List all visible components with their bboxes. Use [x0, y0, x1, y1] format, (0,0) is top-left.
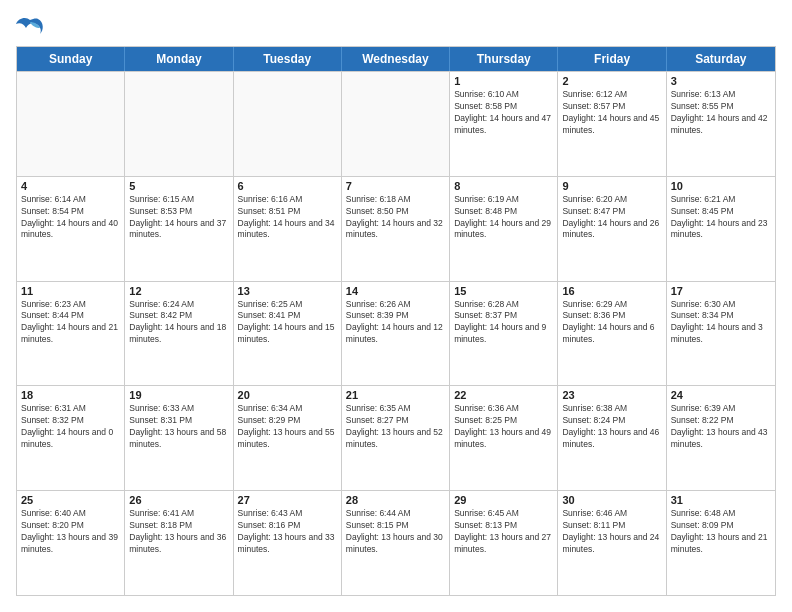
- calendar-day-cell: 19Sunrise: 6:33 AMSunset: 8:31 PMDayligh…: [125, 386, 233, 490]
- calendar-day-cell: 18Sunrise: 6:31 AMSunset: 8:32 PMDayligh…: [17, 386, 125, 490]
- calendar-day-cell: 1Sunrise: 6:10 AMSunset: 8:58 PMDaylight…: [450, 72, 558, 176]
- logo-bird-icon: [16, 16, 44, 38]
- day-info: Sunrise: 6:13 AMSunset: 8:55 PMDaylight:…: [671, 89, 771, 137]
- calendar-day-cell: 5Sunrise: 6:15 AMSunset: 8:53 PMDaylight…: [125, 177, 233, 281]
- calendar-day-cell: 26Sunrise: 6:41 AMSunset: 8:18 PMDayligh…: [125, 491, 233, 595]
- calendar-body: 1Sunrise: 6:10 AMSunset: 8:58 PMDaylight…: [17, 71, 775, 595]
- day-info: Sunrise: 6:28 AMSunset: 8:37 PMDaylight:…: [454, 299, 553, 347]
- calendar-day-cell: 11Sunrise: 6:23 AMSunset: 8:44 PMDayligh…: [17, 282, 125, 386]
- calendar-day-cell: 21Sunrise: 6:35 AMSunset: 8:27 PMDayligh…: [342, 386, 450, 490]
- day-number: 11: [21, 285, 120, 297]
- day-info: Sunrise: 6:31 AMSunset: 8:32 PMDaylight:…: [21, 403, 120, 451]
- calendar-day-cell: 2Sunrise: 6:12 AMSunset: 8:57 PMDaylight…: [558, 72, 666, 176]
- calendar-day-cell: 31Sunrise: 6:48 AMSunset: 8:09 PMDayligh…: [667, 491, 775, 595]
- day-number: 7: [346, 180, 445, 192]
- day-info: Sunrise: 6:10 AMSunset: 8:58 PMDaylight:…: [454, 89, 553, 137]
- day-number: 19: [129, 389, 228, 401]
- day-number: 16: [562, 285, 661, 297]
- day-info: Sunrise: 6:21 AMSunset: 8:45 PMDaylight:…: [671, 194, 771, 242]
- day-info: Sunrise: 6:15 AMSunset: 8:53 PMDaylight:…: [129, 194, 228, 242]
- day-number: 14: [346, 285, 445, 297]
- calendar-day-cell: 29Sunrise: 6:45 AMSunset: 8:13 PMDayligh…: [450, 491, 558, 595]
- day-number: 18: [21, 389, 120, 401]
- calendar-day-cell: [342, 72, 450, 176]
- day-info: Sunrise: 6:35 AMSunset: 8:27 PMDaylight:…: [346, 403, 445, 451]
- calendar-week-row: 25Sunrise: 6:40 AMSunset: 8:20 PMDayligh…: [17, 490, 775, 595]
- day-number: 20: [238, 389, 337, 401]
- calendar-day-cell: 7Sunrise: 6:18 AMSunset: 8:50 PMDaylight…: [342, 177, 450, 281]
- calendar-day-cell: [234, 72, 342, 176]
- day-number: 30: [562, 494, 661, 506]
- day-info: Sunrise: 6:24 AMSunset: 8:42 PMDaylight:…: [129, 299, 228, 347]
- day-number: 27: [238, 494, 337, 506]
- day-number: 28: [346, 494, 445, 506]
- day-number: 9: [562, 180, 661, 192]
- day-number: 17: [671, 285, 771, 297]
- day-info: Sunrise: 6:46 AMSunset: 8:11 PMDaylight:…: [562, 508, 661, 556]
- header: [16, 16, 776, 38]
- day-number: 29: [454, 494, 553, 506]
- calendar-header-cell: Sunday: [17, 47, 125, 71]
- day-info: Sunrise: 6:14 AMSunset: 8:54 PMDaylight:…: [21, 194, 120, 242]
- day-info: Sunrise: 6:48 AMSunset: 8:09 PMDaylight:…: [671, 508, 771, 556]
- day-number: 26: [129, 494, 228, 506]
- logo: [16, 16, 48, 38]
- calendar-week-row: 11Sunrise: 6:23 AMSunset: 8:44 PMDayligh…: [17, 281, 775, 386]
- calendar-day-cell: 6Sunrise: 6:16 AMSunset: 8:51 PMDaylight…: [234, 177, 342, 281]
- calendar-day-cell: 13Sunrise: 6:25 AMSunset: 8:41 PMDayligh…: [234, 282, 342, 386]
- calendar-header-cell: Friday: [558, 47, 666, 71]
- day-number: 15: [454, 285, 553, 297]
- day-info: Sunrise: 6:40 AMSunset: 8:20 PMDaylight:…: [21, 508, 120, 556]
- calendar-day-cell: 9Sunrise: 6:20 AMSunset: 8:47 PMDaylight…: [558, 177, 666, 281]
- calendar-day-cell: 24Sunrise: 6:39 AMSunset: 8:22 PMDayligh…: [667, 386, 775, 490]
- day-number: 21: [346, 389, 445, 401]
- day-info: Sunrise: 6:34 AMSunset: 8:29 PMDaylight:…: [238, 403, 337, 451]
- day-info: Sunrise: 6:41 AMSunset: 8:18 PMDaylight:…: [129, 508, 228, 556]
- day-number: 2: [562, 75, 661, 87]
- calendar-day-cell: 20Sunrise: 6:34 AMSunset: 8:29 PMDayligh…: [234, 386, 342, 490]
- calendar-week-row: 18Sunrise: 6:31 AMSunset: 8:32 PMDayligh…: [17, 385, 775, 490]
- day-number: 1: [454, 75, 553, 87]
- calendar: SundayMondayTuesdayWednesdayThursdayFrid…: [16, 46, 776, 596]
- calendar-day-cell: 4Sunrise: 6:14 AMSunset: 8:54 PMDaylight…: [17, 177, 125, 281]
- day-info: Sunrise: 6:39 AMSunset: 8:22 PMDaylight:…: [671, 403, 771, 451]
- day-info: Sunrise: 6:23 AMSunset: 8:44 PMDaylight:…: [21, 299, 120, 347]
- calendar-day-cell: 28Sunrise: 6:44 AMSunset: 8:15 PMDayligh…: [342, 491, 450, 595]
- day-info: Sunrise: 6:26 AMSunset: 8:39 PMDaylight:…: [346, 299, 445, 347]
- calendar-day-cell: [17, 72, 125, 176]
- calendar-day-cell: 23Sunrise: 6:38 AMSunset: 8:24 PMDayligh…: [558, 386, 666, 490]
- day-number: 10: [671, 180, 771, 192]
- calendar-day-cell: 10Sunrise: 6:21 AMSunset: 8:45 PMDayligh…: [667, 177, 775, 281]
- calendar-header-cell: Monday: [125, 47, 233, 71]
- day-info: Sunrise: 6:18 AMSunset: 8:50 PMDaylight:…: [346, 194, 445, 242]
- day-info: Sunrise: 6:25 AMSunset: 8:41 PMDaylight:…: [238, 299, 337, 347]
- day-info: Sunrise: 6:45 AMSunset: 8:13 PMDaylight:…: [454, 508, 553, 556]
- day-number: 22: [454, 389, 553, 401]
- calendar-day-cell: 16Sunrise: 6:29 AMSunset: 8:36 PMDayligh…: [558, 282, 666, 386]
- calendar-day-cell: 12Sunrise: 6:24 AMSunset: 8:42 PMDayligh…: [125, 282, 233, 386]
- calendar-day-cell: [125, 72, 233, 176]
- day-number: 24: [671, 389, 771, 401]
- day-info: Sunrise: 6:16 AMSunset: 8:51 PMDaylight:…: [238, 194, 337, 242]
- day-info: Sunrise: 6:12 AMSunset: 8:57 PMDaylight:…: [562, 89, 661, 137]
- day-info: Sunrise: 6:33 AMSunset: 8:31 PMDaylight:…: [129, 403, 228, 451]
- day-info: Sunrise: 6:44 AMSunset: 8:15 PMDaylight:…: [346, 508, 445, 556]
- day-number: 6: [238, 180, 337, 192]
- calendar-day-cell: 17Sunrise: 6:30 AMSunset: 8:34 PMDayligh…: [667, 282, 775, 386]
- day-number: 8: [454, 180, 553, 192]
- day-number: 31: [671, 494, 771, 506]
- page: SundayMondayTuesdayWednesdayThursdayFrid…: [0, 0, 792, 612]
- day-number: 12: [129, 285, 228, 297]
- calendar-header-cell: Tuesday: [234, 47, 342, 71]
- day-number: 3: [671, 75, 771, 87]
- calendar-header-cell: Thursday: [450, 47, 558, 71]
- day-number: 5: [129, 180, 228, 192]
- day-number: 23: [562, 389, 661, 401]
- calendar-day-cell: 25Sunrise: 6:40 AMSunset: 8:20 PMDayligh…: [17, 491, 125, 595]
- calendar-day-cell: 27Sunrise: 6:43 AMSunset: 8:16 PMDayligh…: [234, 491, 342, 595]
- day-info: Sunrise: 6:38 AMSunset: 8:24 PMDaylight:…: [562, 403, 661, 451]
- day-info: Sunrise: 6:36 AMSunset: 8:25 PMDaylight:…: [454, 403, 553, 451]
- calendar-header-cell: Wednesday: [342, 47, 450, 71]
- calendar-week-row: 4Sunrise: 6:14 AMSunset: 8:54 PMDaylight…: [17, 176, 775, 281]
- calendar-day-cell: 30Sunrise: 6:46 AMSunset: 8:11 PMDayligh…: [558, 491, 666, 595]
